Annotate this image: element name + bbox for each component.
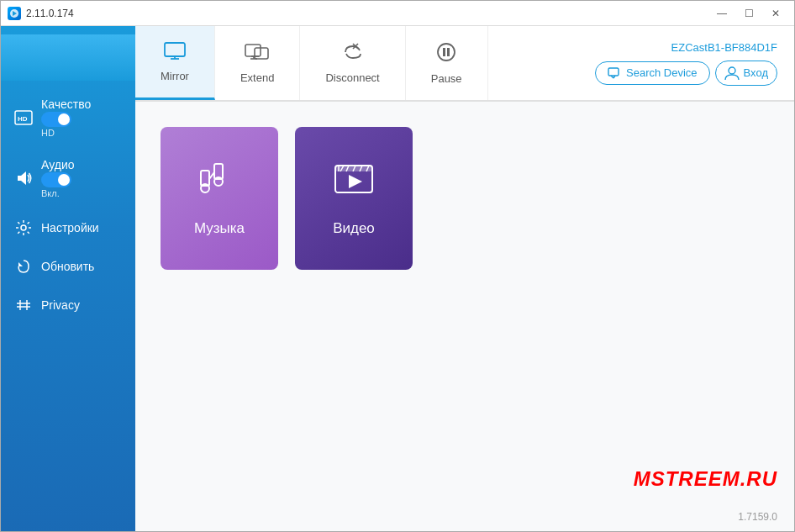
hd-icon: HD xyxy=(14,108,33,127)
quality-toggle[interactable] xyxy=(41,112,71,127)
svg-rect-14 xyxy=(245,45,261,56)
svg-rect-23 xyxy=(447,48,450,56)
search-device-label: Search Device xyxy=(626,66,698,79)
video-card-icon xyxy=(332,161,376,208)
pause-icon xyxy=(436,42,456,67)
svg-marker-41 xyxy=(349,175,362,188)
login-button[interactable]: Вход xyxy=(715,61,777,86)
app-version: 2.11.0.174 xyxy=(26,8,74,19)
audio-toggle-wrap: Аудио Вкл. xyxy=(41,158,75,198)
watermark: MSTREEM.RU xyxy=(634,467,777,491)
top-right-area: EZCastB1-BF884D1F Search Device xyxy=(578,26,794,100)
main-layout: HD Качество HD Аудио Вкл. xyxy=(1,26,794,532)
tab-mirror-label: Mirror xyxy=(161,70,189,82)
settings-label: Настройки xyxy=(41,221,122,234)
nav-bar: Mirror Extend xyxy=(135,26,794,102)
app-icon xyxy=(8,7,21,20)
right-panel: Mirror Extend xyxy=(135,26,794,532)
user-icon xyxy=(724,66,740,81)
extend-icon xyxy=(245,43,270,66)
update-label: Обновить xyxy=(41,260,122,273)
quality-value: HD xyxy=(41,128,91,138)
sidebar-item-settings[interactable]: Настройки xyxy=(1,208,135,247)
title-bar: 2.11.0.174 — ☐ ✕ xyxy=(1,1,794,26)
svg-marker-3 xyxy=(18,171,26,185)
sidebar-item-quality[interactable]: HD Качество HD xyxy=(1,87,135,148)
audio-label: Аудио xyxy=(41,158,75,171)
sidebar-item-audio[interactable]: Аудио Вкл. xyxy=(1,148,135,208)
version-label: 1.7159.0 xyxy=(738,511,777,523)
maximize-button[interactable]: ☐ xyxy=(737,4,761,23)
audio-value: Вкл. xyxy=(41,188,75,198)
mirror-icon xyxy=(163,41,187,65)
tab-disconnect-label: Disconnect xyxy=(325,71,379,84)
sidebar-item-privacy[interactable]: Privacy xyxy=(1,286,135,324)
top-actions: Search Device Вход xyxy=(595,61,777,86)
close-button[interactable]: ✕ xyxy=(764,4,787,23)
title-bar-left: 2.11.0.174 xyxy=(8,7,74,20)
tab-pause[interactable]: Pause xyxy=(406,26,488,100)
svg-marker-5 xyxy=(18,262,23,266)
audio-icon xyxy=(14,169,33,187)
search-device-icon xyxy=(608,66,621,80)
music-card-label: Музыка xyxy=(194,220,245,237)
settings-icon xyxy=(14,219,33,237)
svg-rect-15 xyxy=(255,48,268,59)
minimize-button[interactable]: — xyxy=(710,4,734,23)
sidebar-logo xyxy=(1,34,135,81)
svg-point-21 xyxy=(438,44,455,61)
tab-mirror[interactable]: Mirror xyxy=(135,26,215,100)
content-area: Музыка xyxy=(135,102,794,532)
svg-rect-22 xyxy=(443,48,445,56)
privacy-label: Privacy xyxy=(41,298,122,312)
media-cards: Музыка xyxy=(161,127,769,270)
svg-rect-24 xyxy=(608,68,619,76)
video-card-label: Видео xyxy=(333,220,375,237)
quality-label: Качество xyxy=(41,97,91,111)
login-label: Вход xyxy=(744,66,768,79)
sidebar: HD Качество HD Аудио Вкл. xyxy=(1,26,135,532)
tab-pause-label: Pause xyxy=(431,72,462,85)
music-card-icon xyxy=(197,161,241,208)
title-controls: — ☐ ✕ xyxy=(710,4,787,23)
quality-toggle-wrap: Качество HD xyxy=(41,97,91,138)
disconnect-icon xyxy=(342,43,364,66)
tab-extend-label: Extend xyxy=(240,71,274,84)
svg-text:HD: HD xyxy=(18,115,28,123)
music-card[interactable]: Музыка xyxy=(161,127,278,270)
update-icon xyxy=(14,257,33,276)
svg-point-4 xyxy=(21,225,26,230)
audio-toggle[interactable] xyxy=(41,172,71,187)
video-card[interactable]: Видео xyxy=(295,127,413,270)
search-device-button[interactable]: Search Device xyxy=(595,61,710,85)
sidebar-item-update[interactable]: Обновить xyxy=(1,247,135,286)
tab-extend[interactable]: Extend xyxy=(215,26,300,100)
tab-disconnect[interactable]: Disconnect xyxy=(300,26,405,100)
svg-point-27 xyxy=(729,67,735,74)
privacy-icon xyxy=(14,296,33,314)
svg-rect-10 xyxy=(165,43,185,56)
device-name: EZCastB1-BF884D1F xyxy=(671,41,777,54)
